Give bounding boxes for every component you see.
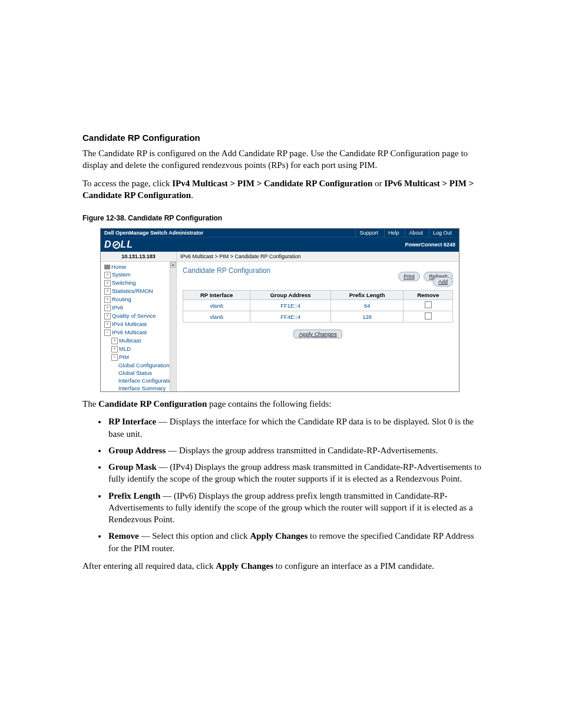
nav-mld[interactable]: +MLD (110, 345, 176, 353)
cell-group: FF1E::4 (250, 300, 331, 311)
support-link[interactable]: Support (355, 229, 382, 237)
logo-bar: DLL PowerConnect 6248 (101, 237, 459, 252)
th-rp-interface: RP Interface (183, 291, 250, 300)
field-desc: — Displays the group address transmitted… (166, 446, 438, 455)
nav-label: PIM (119, 354, 129, 360)
scroll-up-icon[interactable]: ▴ (170, 262, 176, 268)
figure-caption: Figure 12-38. Candidate RP Configuration (82, 214, 485, 222)
nav-label: Quality of Service (112, 312, 156, 319)
collapse-icon[interactable]: − (111, 354, 118, 361)
field-desc: — Displays the interface for which the C… (108, 417, 474, 438)
app-title: Dell OpenManage Switch Administrator (104, 229, 353, 237)
nav-ipv6[interactable]: +IPv6 (103, 304, 176, 312)
expand-icon[interactable]: + (104, 313, 111, 319)
expand-icon[interactable]: + (104, 288, 111, 295)
paragraph-2: To access the page, click IPv4 Multicast… (82, 177, 485, 202)
text: or (372, 179, 384, 188)
nav-stats-rmon[interactable]: +Statistics/RMON (103, 287, 176, 295)
panel-title: Candidate RP Configuration (183, 266, 396, 275)
nav-label: Statistics/RMON (112, 288, 153, 294)
field-desc: — Select this option and click (139, 531, 250, 541)
cell-remove (404, 311, 453, 322)
expand-icon[interactable]: + (111, 346, 118, 353)
text: The (82, 399, 98, 409)
main-panel: Candidate RP Configuration Print Refresh… (177, 262, 459, 391)
nav-label: IPv6 Multicast (112, 329, 147, 335)
expand-icon[interactable]: + (104, 321, 111, 328)
closing-paragraph: After entering all required data, click … (82, 560, 485, 572)
nav-multicast[interactable]: +Multicast (110, 337, 176, 345)
nav-switching[interactable]: +Switching (103, 279, 176, 287)
breadcrumb: IPv6 Multicast > PIM > Candidate RP Conf… (177, 252, 459, 262)
fields-list: RP Interface — Displays the interface fo… (82, 416, 485, 554)
device-ip: 10.131.13.183 (101, 252, 177, 262)
list-item: Group Mask — (IPv4) Displays the group a… (107, 461, 485, 485)
expand-icon[interactable]: + (104, 305, 111, 311)
expand-icon[interactable]: + (104, 297, 111, 303)
list-item: Group Address — Displays the group addre… (107, 444, 485, 456)
text-bold: Apply Changes (216, 561, 273, 571)
help-link[interactable]: Help (384, 229, 403, 237)
text: page contains the following fields: (207, 399, 331, 409)
nav-global-config[interactable]: Global Configuration (117, 361, 176, 369)
fields-intro: The Candidate RP Configuration page cont… (82, 398, 485, 410)
remove-checkbox[interactable] (425, 301, 432, 308)
nav-interface-config[interactable]: Interface Configuration (117, 377, 176, 384)
device-model: PowerConnect 6248 (405, 242, 455, 248)
add-button[interactable]: Add (433, 277, 453, 286)
nav-label: MLD (119, 345, 131, 352)
nav-label: IPv4 Multicast (112, 321, 147, 327)
cell-group: FF4E::4 (250, 311, 331, 322)
nav-label: Switching (112, 279, 136, 286)
nav-ipv6-multicast[interactable]: −IPv6 Multicast (103, 328, 176, 337)
header-row: 10.131.13.183 IPv6 Multicast > PIM > Can… (101, 252, 459, 262)
about-link[interactable]: About (405, 229, 427, 237)
paragraph-1: The Candidate RP is configured on the Ad… (82, 147, 485, 172)
dell-logo-ring-icon (111, 239, 121, 250)
list-item: RP Interface — Displays the interface fo… (107, 416, 485, 440)
collapse-icon[interactable]: − (104, 330, 111, 336)
cell-prefix: 64 (331, 300, 404, 311)
th-remove: Remove (404, 291, 453, 300)
field-name: Remove (108, 531, 139, 541)
th-group-address: Group Address (250, 291, 331, 300)
cell-interface: vlan6 (183, 311, 250, 322)
remove-checkbox[interactable] (425, 312, 432, 319)
logout-link[interactable]: Log Out (429, 229, 455, 237)
expand-icon[interactable]: + (104, 280, 111, 286)
nav-scrollbar[interactable]: ▴ (170, 262, 176, 391)
nav-global-status[interactable]: Global Status (117, 369, 176, 377)
list-item: Prefix Length — (IPv6) Displays the grou… (107, 490, 485, 526)
text: After entering all required data, click (82, 561, 216, 571)
candidate-rp-table: RP Interface Group Address Prefix Length… (183, 290, 453, 322)
nav-ipv4-multicast[interactable]: +IPv4 Multicast (103, 320, 176, 328)
expand-icon[interactable]: + (104, 272, 111, 278)
nav-label: Routing (112, 296, 131, 302)
cell-prefix: 128 (331, 311, 404, 322)
nav-qos[interactable]: +Quality of Service (103, 312, 176, 320)
nav-home[interactable]: Home (103, 263, 176, 271)
table-row: vlan6 FF1E::4 64 (183, 300, 453, 311)
apply-changes-button[interactable]: Apply Changes (293, 330, 342, 338)
print-button[interactable]: Print (398, 272, 420, 281)
nav-label: System (112, 271, 131, 278)
list-item: Remove — Select this option and click Ap… (107, 530, 485, 554)
nav-label: Multicast (119, 337, 141, 344)
text: . (191, 190, 193, 200)
nav-path-1: IPv4 Multicast > PIM > Candidate RP Conf… (172, 179, 372, 188)
nav-tree: Home +System +Switching +Statistics/RMON… (101, 262, 177, 391)
nav-pim[interactable]: −PIM (110, 353, 176, 361)
nav-routing[interactable]: +Routing (103, 295, 176, 304)
cell-remove (404, 300, 453, 311)
nav-label: IPv6 (112, 304, 123, 311)
text-bold: Candidate RP Configuration (98, 399, 207, 409)
nav-system[interactable]: +System (103, 271, 176, 279)
nav-interface-summary[interactable]: Interface Summary (117, 384, 176, 391)
section-heading: Candidate RP Configuration (82, 133, 485, 143)
field-name: Prefix Length (108, 491, 160, 500)
text: To access the page, click (82, 179, 172, 188)
text: to configure an interface as a PIM candi… (273, 561, 434, 571)
app-topbar: Dell OpenManage Switch Administrator Sup… (101, 229, 459, 237)
expand-icon[interactable]: + (111, 338, 118, 344)
screenshot-figure: Dell OpenManage Switch Administrator Sup… (100, 228, 459, 392)
